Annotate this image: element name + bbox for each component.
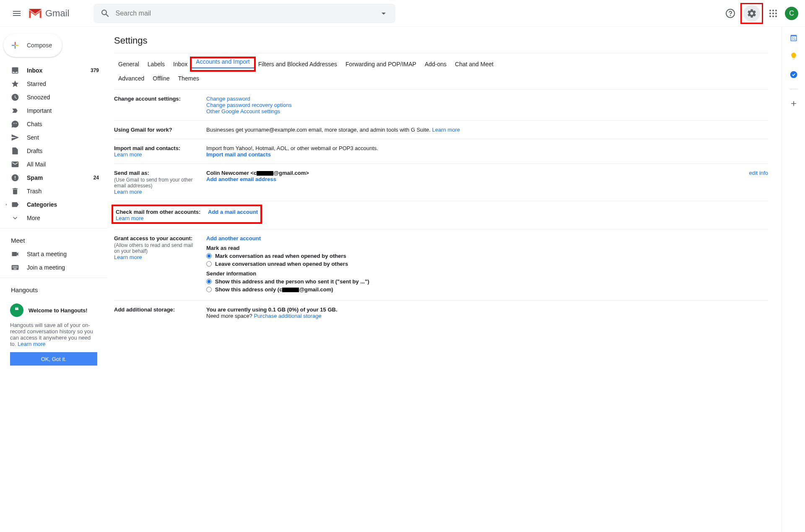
help-icon [725,8,735,18]
compose-button[interactable]: Compose [3,34,62,57]
join-meeting[interactable]: Join a meeting [0,261,104,274]
svg-point-17 [790,71,797,78]
gmail-icon [29,8,42,18]
expand-icon [11,214,19,222]
help-button[interactable] [722,5,739,22]
tasks-icon[interactable] [789,70,798,79]
sidebar-item-trash[interactable]: Trash [0,184,104,198]
svg-point-5 [775,10,777,11]
sidebar-item-more[interactable]: More [0,211,104,225]
sidebar-item-snoozed[interactable]: Snoozed [0,91,104,104]
tab-filters-and-blocked-addresses[interactable]: Filters and Blocked Addresses [254,58,341,70]
add-account-link[interactable]: Add another account [206,235,261,241]
add-email-link[interactable]: Add another email address [206,176,276,182]
gmail-logo[interactable]: Gmail [29,8,69,19]
keep-icon[interactable] [789,52,798,60]
edit-info-link[interactable]: edit info [726,170,768,195]
storage-row: Add additional storage: You are currentl… [114,301,768,325]
hangouts-ok-button[interactable]: OK, Got it. [10,352,97,366]
sender-show-both-radio[interactable] [206,279,212,284]
important-icon [11,106,19,115]
tag-icon [11,200,19,209]
redacted [257,171,273,176]
sidebar-item-drafts[interactable]: Drafts [0,144,104,158]
tab-forwarding-and-pop-imap[interactable]: Forwarding and POP/IMAP [341,58,421,70]
svg-point-7 [772,13,774,14]
search-box[interactable] [93,4,395,23]
sidebar-item-spam[interactable]: Spam24 [0,171,104,184]
import-row: Import mail and contacts: Learn more Imp… [114,139,768,164]
import-action-link[interactable]: Import mail and contacts [206,151,271,158]
svg-point-13 [16,123,16,124]
brand-text: Gmail [45,8,69,19]
apps-button[interactable] [765,5,782,22]
compose-label: Compose [27,42,52,49]
sidebar: Compose Inbox379StarredSnoozedImportantC… [0,27,107,532]
change-recovery-link[interactable]: Change password recovery options [206,102,292,108]
sidebar-item-important[interactable]: Important [0,104,104,117]
inbox-icon [11,66,19,75]
mark-read-radio[interactable] [206,253,212,259]
other-account-settings-link[interactable]: Other Google Account settings [206,108,280,114]
hamburger-icon [12,8,22,18]
svg-point-11 [775,16,777,17]
avatar[interactable]: C [785,7,798,20]
grant-learn-link[interactable]: Learn more [114,254,142,260]
settings-button[interactable] [743,5,760,22]
gear-icon [747,8,757,18]
calendar-icon[interactable]: 31 [789,34,798,42]
send-mail-as-row: Send mail as: (Use Gmail to send from yo… [114,164,768,201]
checkmail-learn-link[interactable]: Learn more [116,215,143,221]
import-learn-link[interactable]: Learn more [114,151,142,158]
keyboard-icon [11,263,19,272]
star-icon [11,80,19,88]
tab-general[interactable]: General [114,58,143,70]
add-mail-account-link[interactable]: Add a mail account [208,209,258,215]
file-icon [11,147,19,155]
tab-accounts-and-import[interactable]: Accounts and Import [192,56,254,68]
sidebar-item-all-mail[interactable]: All Mail [0,158,104,171]
settings-content: Settings GeneralLabelsInboxAccounts and … [107,27,782,532]
sidebar-item-starred[interactable]: Starred [0,77,104,91]
svg-point-3 [769,10,771,11]
svg-point-2 [730,15,731,16]
search-input[interactable] [110,10,379,17]
clock-icon [11,93,19,101]
tab-chat-and-meet[interactable]: Chat and Meet [451,58,498,70]
tab-themes[interactable]: Themes [174,73,204,84]
add-rail-icon[interactable] [789,99,798,108]
plus-icon [10,40,20,50]
svg-text:31: 31 [792,36,796,41]
chat-icon [11,120,19,128]
using-for-work-row: Using Gmail for work? Businesses get you… [114,121,768,139]
tab-inbox[interactable]: Inbox [169,58,192,70]
change-password-link[interactable]: Change password [206,96,250,102]
svg-point-12 [13,123,14,124]
purchase-storage-link[interactable]: Purchase additional storage [254,313,321,319]
video-icon [11,250,19,258]
sender-show-only-radio[interactable] [206,287,212,292]
sidebar-item-categories[interactable]: Categories [0,198,104,211]
sidebar-item-sent[interactable]: Sent [0,131,104,144]
sidebar-item-inbox[interactable]: Inbox379 [0,64,104,77]
mail-icon [11,160,19,169]
gsuite-learn-link[interactable]: Learn more [432,127,460,133]
sidebar-item-chats[interactable]: Chats [0,117,104,131]
settings-tabs: GeneralLabelsInboxAccounts and ImportFil… [114,53,768,90]
mark-unread-radio[interactable] [206,261,212,267]
tab-add-ons[interactable]: Add-ons [421,58,451,70]
hangouts-learn-link[interactable]: Learn more [18,341,45,347]
svg-point-10 [772,16,774,17]
grant-access-row: Grant access to your account: (Allow oth… [114,229,768,301]
menu-button[interactable] [7,3,27,23]
hangouts-icon: ❝ [10,304,23,317]
tab-offline[interactable]: Offline [148,73,174,84]
sendas-learn-link[interactable]: Learn more [114,189,142,195]
tab-labels[interactable]: Labels [143,58,169,70]
tab-advanced[interactable]: Advanced [114,73,148,84]
spam-icon [11,174,19,182]
search-icon [100,8,110,18]
send-icon [11,133,19,142]
start-meeting[interactable]: Start a meeting [0,247,104,261]
dropdown-icon[interactable] [379,8,389,18]
